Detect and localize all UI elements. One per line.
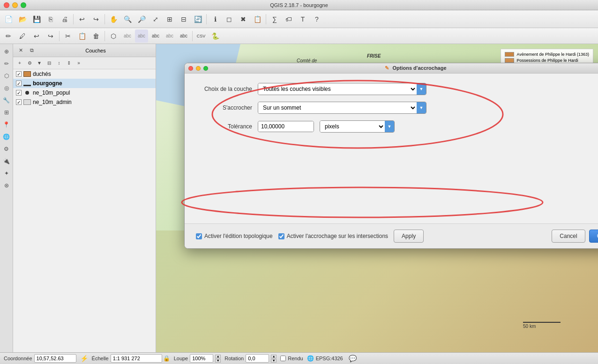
layer-visible-checkbox[interactable]: ✓	[16, 81, 22, 86]
cancel-button[interactable]: Cancel	[552, 230, 585, 243]
identify-button[interactable]: ℹ	[209, 13, 222, 26]
new-project-button[interactable]: 📄	[2, 13, 15, 26]
side-icon-8[interactable]: 🌐	[1, 131, 12, 142]
saccrocher-select-btn[interactable]: ▼	[417, 102, 426, 113]
edit-pencil-button[interactable]: ✏	[2, 30, 15, 43]
layer-filter-button[interactable]: ⊟	[45, 59, 54, 68]
layer-props-button[interactable]: ⚙	[25, 59, 34, 68]
loupe-input[interactable]	[190, 354, 213, 363]
apply-button[interactable]: Apply	[394, 230, 424, 243]
side-icon-2[interactable]: ✏	[1, 58, 12, 69]
side-icon-1[interactable]: ⊕	[1, 46, 12, 57]
side-icon-7[interactable]: 📍	[1, 119, 12, 130]
save-as-button[interactable]: ⎘	[44, 13, 57, 26]
dialog-min-button[interactable]	[196, 66, 201, 71]
saccrocher-select[interactable]: Sur un sommet Sur un segment	[258, 102, 417, 113]
rotation-down-button[interactable]: ▼	[271, 359, 277, 363]
side-icon-6[interactable]: ⊞	[1, 107, 12, 118]
loupe-up-button[interactable]: ▲	[215, 355, 221, 358]
echelle-input[interactable]	[111, 354, 162, 363]
refresh-button[interactable]: 🔄	[191, 13, 204, 26]
intersections-checkbox[interactable]	[278, 233, 284, 239]
close-button[interactable]	[4, 2, 9, 8]
show-hide-label-button[interactable]: abc	[177, 30, 190, 43]
rotation-up-button[interactable]: ▲	[271, 355, 277, 358]
pin-label-button[interactable]: abc	[135, 30, 148, 43]
dialog-close-button[interactable]	[188, 66, 193, 71]
dialog-max-button[interactable]	[203, 66, 208, 71]
redo2-button[interactable]: ↪	[44, 30, 57, 43]
maximize-button[interactable]	[21, 2, 26, 8]
zoom-full-button[interactable]: ⤢	[149, 13, 162, 26]
layers-dock-button[interactable]: ⧉	[27, 46, 37, 55]
ok-button[interactable]: OK	[589, 230, 598, 243]
status-loupe: Loupe ▲ ▼	[174, 354, 221, 363]
zoom-selection-button[interactable]: ⊟	[177, 13, 190, 26]
collapse-all-button[interactable]: ⇕	[64, 59, 74, 68]
save-project-button[interactable]: 💾	[30, 13, 43, 26]
rendu-checkbox[interactable]	[280, 356, 286, 361]
layers-panel: ✕ ⧉ Couches + ⚙ ▼ ⊟ ↕ ⇕ » ✓ duchés ✓ bou…	[13, 44, 156, 352]
status-more-icon[interactable]: 💬	[349, 355, 357, 362]
python-button[interactable]: 🐍	[209, 30, 222, 43]
help-button[interactable]: ?	[310, 13, 323, 26]
layer-item-duches[interactable]: ✓ duchés	[13, 69, 156, 79]
deselect-button[interactable]: ✖	[237, 13, 250, 26]
layer-visible-checkbox[interactable]: ✓	[16, 99, 22, 105]
text-button[interactable]: T	[296, 13, 309, 26]
tolerance-unit-select[interactable]: pixels unités de la couche map units	[320, 121, 385, 132]
zoom-in-button[interactable]: 🔍	[121, 13, 134, 26]
rotation-input[interactable]	[246, 354, 269, 363]
side-icon-9[interactable]: ⚙	[1, 143, 12, 155]
delete-button[interactable]: 🗑	[90, 30, 103, 43]
layer-visible-checkbox[interactable]: ✓	[16, 90, 22, 96]
minimize-button[interactable]	[12, 2, 18, 8]
select-button[interactable]: ◻	[223, 13, 236, 26]
side-icon-3[interactable]: ⬡	[1, 70, 12, 82]
tolerance-input[interactable]: 10,00000	[258, 121, 314, 132]
label-button[interactable]: 🏷	[282, 13, 295, 26]
open-project-button[interactable]: 📂	[16, 13, 29, 26]
expand-all-button[interactable]: ↕	[54, 59, 64, 68]
print-button[interactable]: 🖨	[58, 13, 71, 26]
side-icon-10[interactable]: 🔌	[1, 156, 12, 167]
layer-item-popul[interactable]: ✓ ne_10m_popul	[13, 88, 156, 97]
side-icon-4[interactable]: ◎	[1, 82, 12, 94]
add-layer-button[interactable]: +	[15, 59, 24, 68]
layer-visible-checkbox[interactable]: ✓	[16, 71, 22, 77]
more-options-button[interactable]: »	[74, 59, 83, 68]
topologic-checkbox[interactable]	[196, 233, 202, 239]
lock-icon: 🔒	[163, 355, 170, 362]
rotate-label-button[interactable]: abc	[163, 30, 176, 43]
node-tool-button[interactable]: ⬡	[107, 30, 120, 43]
layer-name-bourgogne: bourgogne	[33, 80, 62, 87]
status-bar: Coordonnée ⚡ Échelle 🔒 Loupe ▲ ▼ Rotatio…	[0, 352, 598, 364]
coordonnee-input[interactable]	[34, 354, 76, 363]
zoom-out-button[interactable]: 🔎	[135, 13, 148, 26]
map-area[interactable]: mer duNord Comté deHollande FRISE Avènem…	[156, 44, 598, 352]
attribute-table-button[interactable]: 📋	[251, 13, 264, 26]
digitize-button[interactable]: 🖊	[16, 30, 29, 43]
side-icon-12[interactable]: ⊛	[1, 180, 12, 191]
loupe-down-button[interactable]: ▼	[215, 359, 221, 363]
move-label-button[interactable]: abc	[149, 30, 162, 43]
undo2-button[interactable]: ↩	[30, 30, 43, 43]
layer-item-admin[interactable]: ✓ ne_10m_admin	[13, 97, 156, 107]
undo-button[interactable]: ↩	[75, 13, 89, 26]
label-abc-button[interactable]: abc	[121, 30, 134, 43]
pan-button[interactable]: ✋	[107, 13, 120, 26]
tolerance-unit-btn[interactable]: ▼	[385, 121, 394, 132]
layers-close-button[interactable]: ✕	[16, 46, 25, 55]
layer-item-bourgogne[interactable]: ✓ bourgogne	[13, 79, 156, 88]
field-calc-button[interactable]: ∑	[268, 13, 281, 26]
side-icon-11[interactable]: ✦	[1, 168, 12, 179]
cut-button[interactable]: ✂	[61, 30, 75, 43]
side-icon-5[interactable]: 🔧	[1, 95, 12, 106]
copy-button[interactable]: 📋	[75, 30, 89, 43]
filter-layer-button[interactable]: ▼	[35, 59, 44, 68]
zoom-layer-button[interactable]: ⊞	[163, 13, 176, 26]
choix-select[interactable]: Toutes les couches visibles Couche activ…	[258, 83, 417, 95]
csv-button[interactable]: CSV	[194, 30, 208, 43]
choix-select-btn[interactable]: ▼	[417, 83, 426, 95]
redo-button[interactable]: ↪	[90, 13, 103, 26]
